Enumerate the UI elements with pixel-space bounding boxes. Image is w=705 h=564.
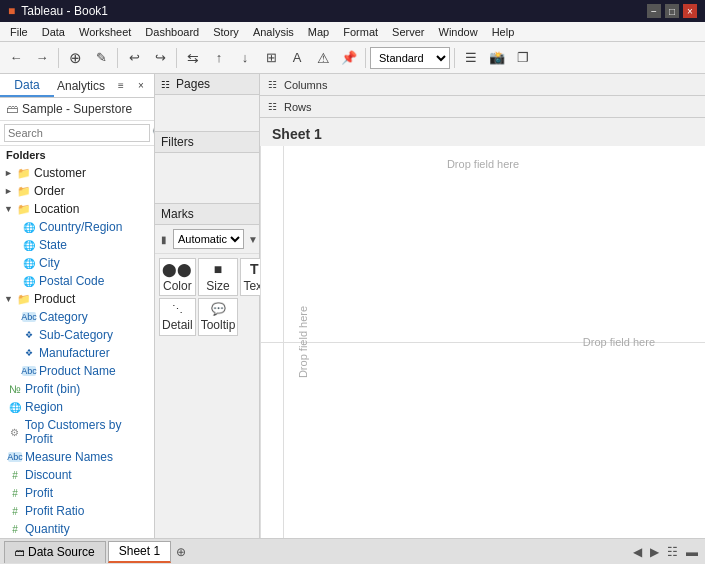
field-profit-bin[interactable]: № Profit (bin) xyxy=(0,380,154,398)
field-productname[interactable]: Abc Product Name xyxy=(0,362,154,380)
globe-icon: 🌐 xyxy=(22,258,36,269)
panel-options-button[interactable]: ≡ xyxy=(112,77,130,95)
marks-type-select[interactable]: Automatic Bar Line Area Circle xyxy=(173,229,244,249)
marks-size-button[interactable]: ■ Size xyxy=(198,258,239,296)
show-me-button[interactable]: ☰ xyxy=(459,46,483,70)
present-mode-button[interactable]: ▬ xyxy=(683,543,701,561)
field-productname-label: Product Name xyxy=(39,364,116,378)
field-profit[interactable]: # Profit xyxy=(0,484,154,502)
scroll-left-button[interactable]: ◀ xyxy=(630,543,645,561)
field-state[interactable]: 🌐 State xyxy=(0,236,154,254)
swap-button[interactable]: ⇆ xyxy=(181,46,205,70)
toolbar-sep-1 xyxy=(58,48,59,68)
field-top-customers[interactable]: ⚙ Top Customers by Profit xyxy=(0,416,154,448)
folder-icon: 📁 xyxy=(17,203,31,216)
columns-drop-area[interactable] xyxy=(331,74,701,95)
sort-asc-button[interactable]: ↑ xyxy=(207,46,231,70)
field-country[interactable]: 🌐 Country/Region xyxy=(0,218,154,236)
redo-button[interactable]: ↪ xyxy=(148,46,172,70)
filters-header: Filters xyxy=(155,132,259,153)
fit-all-button[interactable]: ⊞ xyxy=(259,46,283,70)
shelf-and-canvas: ☷ Columns ☷ Rows Sheet 1 Drop field here… xyxy=(260,74,705,538)
maximize-button[interactable]: □ xyxy=(665,4,679,18)
device-preview-button[interactable]: 📸 xyxy=(485,46,509,70)
folder-order[interactable]: ► 📁 Order xyxy=(0,182,154,200)
tab-analytics[interactable]: Analytics xyxy=(54,74,108,97)
datasource-tab-label: Data Source xyxy=(28,545,95,559)
marks-detail-label: Detail xyxy=(162,318,193,332)
minimize-button[interactable]: − xyxy=(647,4,661,18)
field-profit-ratio-label: Profit Ratio xyxy=(25,504,84,518)
scroll-right-button[interactable]: ▶ xyxy=(647,543,662,561)
menu-story[interactable]: Story xyxy=(207,25,245,39)
menu-map[interactable]: Map xyxy=(302,25,335,39)
menu-file[interactable]: File xyxy=(4,25,34,39)
field-quantity[interactable]: # Quantity xyxy=(0,520,154,538)
share-button[interactable]: ❐ xyxy=(511,46,535,70)
menu-help[interactable]: Help xyxy=(486,25,521,39)
abc-icon: ❖ xyxy=(22,348,36,358)
panel-close-button[interactable]: × xyxy=(132,77,150,95)
toolbar-sep-2 xyxy=(117,48,118,68)
arrow-icon: ► xyxy=(4,168,14,178)
search-row: 🔍 ☷ ⇵ xyxy=(0,121,154,146)
field-profit-bin-label: Profit (bin) xyxy=(25,382,80,396)
abc-icon: ❖ xyxy=(22,330,36,340)
menu-worksheet[interactable]: Worksheet xyxy=(73,25,137,39)
sheet-title: Sheet 1 xyxy=(260,118,705,146)
close-button[interactable]: × xyxy=(683,4,697,18)
folder-location[interactable]: ▼ 📁 Location xyxy=(0,200,154,218)
field-measure-names[interactable]: Abc Measure Names xyxy=(0,448,154,466)
menu-format[interactable]: Format xyxy=(337,25,384,39)
field-state-label: State xyxy=(39,238,67,252)
marks-color-button[interactable]: ⬤⬤ Color xyxy=(159,258,196,296)
folder-order-label: Order xyxy=(34,184,65,198)
menu-window[interactable]: Window xyxy=(433,25,484,39)
rows-drop-area[interactable] xyxy=(316,96,701,117)
tooltip-icon: 💬 xyxy=(211,302,226,316)
new-datasource-button[interactable]: ⊕ xyxy=(63,46,87,70)
panel-tabs: Data Analytics ≡ × xyxy=(0,74,154,98)
highlight-button[interactable]: ⚠ xyxy=(311,46,335,70)
marks-detail-button[interactable]: ⋱ Detail xyxy=(159,298,196,336)
view-size-select[interactable]: Standard Fit Width Fit Height Entire Vie… xyxy=(370,47,450,69)
field-list: ► 📁 Customer ► 📁 Order ▼ 📁 Location 🌐 Co… xyxy=(0,164,154,538)
sort-desc-button[interactable]: ↓ xyxy=(233,46,257,70)
back-button[interactable]: ← xyxy=(4,46,28,70)
folder-customer[interactable]: ► 📁 Customer xyxy=(0,164,154,182)
forward-button[interactable]: → xyxy=(30,46,54,70)
field-subcategory[interactable]: ❖ Sub-Category xyxy=(0,326,154,344)
canvas-area[interactable]: Drop field here Drop field here Drop fie… xyxy=(260,146,705,538)
field-discount[interactable]: # Discount xyxy=(0,466,154,484)
field-category[interactable]: Abc Category xyxy=(0,308,154,326)
abc-icon: Abc xyxy=(22,312,36,322)
field-manufacturer[interactable]: ❖ Manufacturer xyxy=(0,344,154,362)
pages-section: ☷ Pages xyxy=(155,74,259,132)
new-sheet-button[interactable]: ✎ xyxy=(89,46,113,70)
field-measure-names-label: Measure Names xyxy=(25,450,113,464)
marks-tooltip-label: Tooltip xyxy=(201,318,236,332)
app-icon: ■ xyxy=(8,4,15,18)
sheet-1-tab[interactable]: Sheet 1 xyxy=(108,541,171,563)
search-input[interactable] xyxy=(4,124,150,142)
menu-analysis[interactable]: Analysis xyxy=(247,25,300,39)
field-profit-ratio[interactable]: # Profit Ratio xyxy=(0,502,154,520)
datasource-tab[interactable]: 🗃 Data Source xyxy=(4,541,106,563)
marks-color-label: Color xyxy=(163,279,192,293)
field-region[interactable]: 🌐 Region xyxy=(0,398,154,416)
search-button[interactable]: 🔍 xyxy=(152,126,155,140)
view-list-button[interactable]: ☷ xyxy=(664,543,681,561)
folder-product[interactable]: ▼ 📁 Product xyxy=(0,290,154,308)
new-sheet-tab-button[interactable]: ⊕ xyxy=(173,543,189,561)
menu-server[interactable]: Server xyxy=(386,25,430,39)
marks-tooltip-button[interactable]: 💬 Tooltip xyxy=(198,298,239,336)
undo-button[interactable]: ↩ xyxy=(122,46,146,70)
menu-dashboard[interactable]: Dashboard xyxy=(139,25,205,39)
field-city[interactable]: 🌐 City xyxy=(0,254,154,272)
menu-data[interactable]: Data xyxy=(36,25,71,39)
hash-icon: # xyxy=(8,488,22,499)
fix-axes-button[interactable]: 📌 xyxy=(337,46,361,70)
field-postal-code[interactable]: 🌐 Postal Code xyxy=(0,272,154,290)
label-button[interactable]: A xyxy=(285,46,309,70)
tab-data[interactable]: Data xyxy=(0,74,54,97)
